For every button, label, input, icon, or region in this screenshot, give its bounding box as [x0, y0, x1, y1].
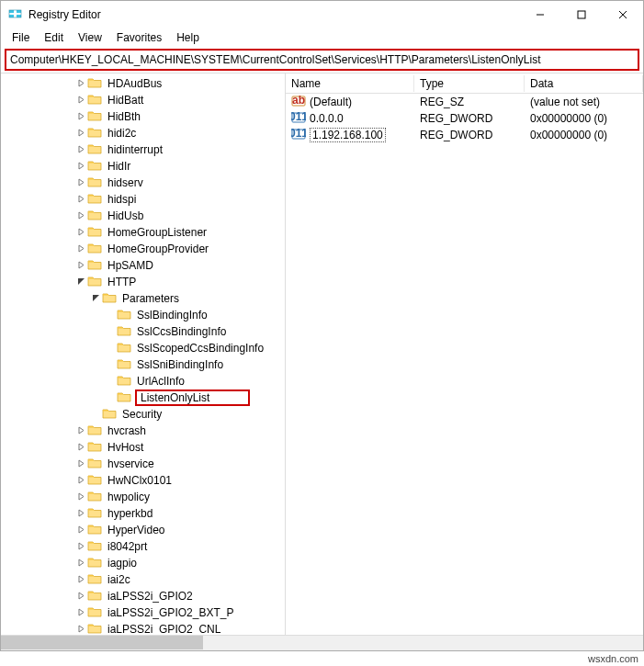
minimize-button[interactable]: [519, 2, 560, 28]
values-panel[interactable]: Name Type Data ab(Default)REG_SZ(value n…: [286, 73, 643, 635]
chevron-right-icon[interactable]: [74, 145, 87, 155]
horizontal-scrollbar[interactable]: [1, 635, 643, 650]
tree-item[interactable]: hvservice: [1, 456, 285, 472]
value-type: REG_DWORD: [414, 129, 525, 141]
chevron-right-icon[interactable]: [74, 592, 87, 602]
tree-item[interactable]: HyperVideo: [1, 522, 285, 538]
chevron-right-icon[interactable]: [74, 443, 87, 453]
tree-item[interactable]: HvHost: [1, 439, 285, 456]
tree-item[interactable]: hvcrash: [1, 423, 285, 439]
chevron-right-icon[interactable]: [74, 195, 87, 205]
svg-text:ab: ab: [292, 94, 305, 107]
value-name-cell[interactable]: 0111.192.168.100: [286, 127, 414, 144]
chevron-right-icon[interactable]: [74, 559, 87, 569]
chevron-right-icon[interactable]: [74, 492, 87, 502]
tree-item[interactable]: HDAudBus: [1, 75, 285, 92]
tree-item[interactable]: hidserv: [1, 175, 285, 191]
tree-item-label: i8042prt: [106, 540, 149, 553]
tree-item[interactable]: hwpolicy: [1, 489, 285, 505]
folder-icon: [87, 572, 106, 588]
menu-help[interactable]: Help: [169, 29, 207, 46]
chevron-down-icon[interactable]: [74, 277, 87, 288]
tree-item[interactable]: hidi2c: [1, 125, 285, 141]
chevron-right-icon[interactable]: [74, 96, 87, 106]
tree-item[interactable]: HidBth: [1, 108, 285, 125]
tree-item[interactable]: Security: [1, 406, 285, 423]
tree-item[interactable]: HidIr: [1, 158, 285, 175]
tree-item-label: SslBindingInfo: [135, 309, 209, 322]
tree-item[interactable]: HidBatt: [1, 92, 285, 108]
list-row[interactable]: 0111.192.168.100REG_DWORD0x00000000 (0): [286, 127, 643, 143]
tree-item[interactable]: iai2c: [1, 571, 285, 588]
svg-rect-0: [9, 10, 14, 13]
chevron-right-icon[interactable]: [74, 178, 87, 188]
tree-item[interactable]: HidUsb: [1, 208, 285, 224]
folder-icon: [87, 175, 106, 191]
window-controls: [519, 2, 643, 28]
chevron-right-icon[interactable]: [74, 129, 87, 139]
col-data[interactable]: Data: [525, 75, 643, 92]
tree-item[interactable]: hidinterrupt: [1, 141, 285, 158]
tree-item[interactable]: Parameters: [1, 290, 285, 307]
tree-item[interactable]: SslScopedCcsBindingInfo: [1, 340, 285, 356]
tree-item-label: hyperkbd: [106, 507, 154, 520]
titlebar[interactable]: Registry Editor: [1, 1, 643, 28]
tree-item[interactable]: iaLPSS2i_GPIO2_BXT_P: [1, 604, 285, 621]
workarea: HDAudBusHidBattHidBthhidi2chidinterruptH…: [1, 73, 643, 635]
chevron-right-icon[interactable]: [74, 459, 87, 469]
chevron-right-icon[interactable]: [74, 228, 87, 238]
chevron-right-icon[interactable]: [74, 162, 87, 172]
chevron-right-icon[interactable]: [74, 509, 87, 519]
list-header[interactable]: Name Type Data: [286, 73, 643, 94]
chevron-right-icon[interactable]: [74, 211, 87, 221]
scrollbar-thumb[interactable]: [1, 636, 203, 649]
tree-item[interactable]: hidspi: [1, 191, 285, 208]
chevron-right-icon[interactable]: [74, 426, 87, 436]
maximize-button[interactable]: [560, 2, 602, 28]
folder-icon: [87, 225, 106, 241]
tree-item[interactable]: HomeGroupListener: [1, 224, 285, 241]
chevron-right-icon[interactable]: [74, 625, 87, 635]
chevron-right-icon[interactable]: [74, 525, 87, 536]
tree-item[interactable]: HpSAMD: [1, 257, 285, 274]
tree-item[interactable]: SslSniBindingInfo: [1, 356, 285, 373]
tree-panel[interactable]: HDAudBusHidBattHidBthhidi2chidinterruptH…: [1, 73, 286, 635]
menu-edit[interactable]: Edit: [37, 29, 71, 46]
tree-item[interactable]: HwNClx0101: [1, 472, 285, 489]
close-button[interactable]: [602, 2, 643, 28]
col-name[interactable]: Name: [286, 75, 414, 92]
tree-item[interactable]: ListenOnlyList: [1, 389, 285, 406]
list-row[interactable]: ab(Default)REG_SZ(value not set): [286, 94, 643, 110]
folder-icon: [87, 556, 106, 571]
tree-item[interactable]: hyperkbd: [1, 505, 285, 522]
address-input[interactable]: [10, 53, 634, 66]
tree-item[interactable]: HTTP: [1, 274, 285, 290]
tree-item[interactable]: SslCcsBindingInfo: [1, 323, 285, 340]
tree-item[interactable]: i8042prt: [1, 538, 285, 555]
col-type[interactable]: Type: [414, 75, 525, 92]
chevron-right-icon[interactable]: [74, 244, 87, 254]
menu-file[interactable]: File: [5, 29, 37, 46]
menu-view[interactable]: View: [71, 29, 109, 46]
chevron-right-icon[interactable]: [74, 476, 87, 486]
folder-icon: [87, 473, 106, 489]
chevron-right-icon[interactable]: [74, 112, 87, 122]
chevron-right-icon[interactable]: [74, 261, 87, 271]
chevron-right-icon[interactable]: [74, 575, 87, 585]
menu-favorites[interactable]: Favorites: [109, 29, 169, 46]
chevron-right-icon[interactable]: [74, 79, 87, 89]
tree-item[interactable]: HomeGroupProvider: [1, 241, 285, 257]
tree-item[interactable]: iaLPSS2i_GPIO2_CNL: [1, 621, 285, 635]
tree-item[interactable]: SslBindingInfo: [1, 307, 285, 323]
tree-item[interactable]: UrlAclInfo: [1, 373, 285, 389]
chevron-right-icon[interactable]: [74, 542, 87, 552]
value-name-cell[interactable]: ab(Default): [286, 94, 414, 111]
value-name-cell[interactable]: 0110.0.0.0: [286, 110, 414, 128]
address-bar[interactable]: [5, 49, 639, 71]
folder-icon: [87, 159, 106, 175]
chevron-right-icon[interactable]: [74, 608, 87, 618]
tree-item[interactable]: iaLPSS2i_GPIO2: [1, 588, 285, 604]
chevron-down-icon[interactable]: [89, 294, 102, 304]
tree-item[interactable]: iagpio: [1, 555, 285, 571]
list-row[interactable]: 0110.0.0.0REG_DWORD0x00000000 (0): [286, 110, 643, 127]
